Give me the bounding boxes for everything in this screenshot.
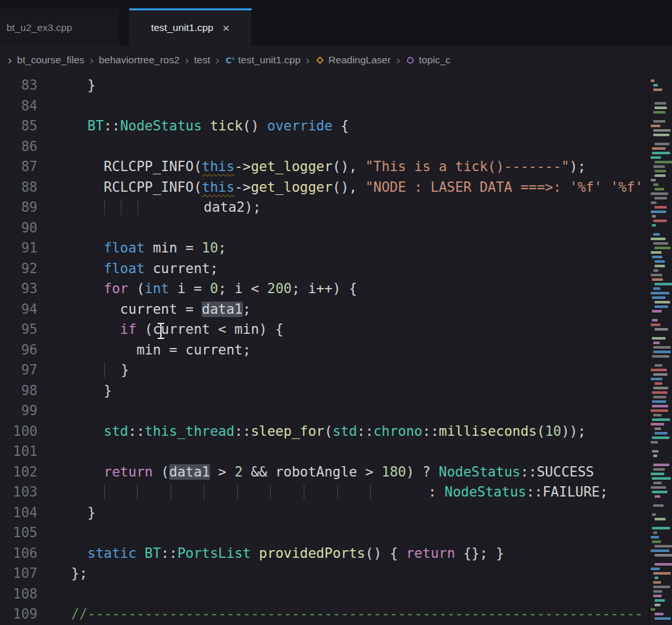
line-number: 84 <box>0 96 37 117</box>
minimap-line <box>655 206 667 209</box>
chevron-right-icon[interactable]: › <box>8 54 12 66</box>
code-line-84[interactable]: 84 <box>0 96 672 117</box>
code-text <box>71 96 672 117</box>
code-line-105[interactable]: 105 <box>0 523 672 544</box>
code-line-100[interactable]: 100 std::this_thread::sleep_for(std::chr… <box>0 422 672 442</box>
minimap-line <box>652 319 658 322</box>
minimap-line <box>651 238 666 240</box>
chevron-right-icon: › <box>90 54 94 66</box>
minimap-line <box>651 210 666 213</box>
code-line-107[interactable]: 107}; <box>0 564 672 584</box>
code-text: for (int i = 0; i < 200; i++) { <box>71 279 672 300</box>
minimap-line <box>652 513 656 516</box>
code-line-88[interactable]: 88 RCLCPP_INFO(this->get_logger(), "NODE… <box>0 178 672 198</box>
minimap-line <box>652 418 670 421</box>
line-number: 92 <box>0 259 37 280</box>
close-icon[interactable]: × <box>222 22 229 34</box>
breadcrumb-item-bt_course_files[interactable]: bt_course_files <box>17 54 84 66</box>
chevron-right-icon: › <box>185 54 189 66</box>
code-line-102[interactable]: 102 return (data1 > 2 && robotAngle > 18… <box>0 462 672 483</box>
line-number: 87 <box>0 157 37 178</box>
code-text <box>71 137 672 158</box>
code-text <box>71 523 672 544</box>
tab-bar: bt_u2_ex3.cpptest_unit1.cpp× <box>0 0 672 45</box>
minimap-line <box>651 423 664 425</box>
minimap-line <box>655 283 672 285</box>
minimap-line <box>651 323 660 326</box>
code-line-86[interactable]: 86 <box>0 137 672 158</box>
code-line-85[interactable]: 85 BT::NodeStatus tick() override { <box>0 116 672 137</box>
minimap-line <box>652 450 658 453</box>
minimap-line <box>653 590 662 593</box>
code-line-109[interactable]: 109//-----------------------------------… <box>0 604 672 625</box>
minimap-line <box>653 342 660 344</box>
minimap-line <box>653 482 662 484</box>
tab-label: test_unit1.cpp <box>151 22 214 34</box>
code-line-93[interactable]: 93 for (int i = 0; i < 200; i++) { <box>0 279 672 300</box>
minimap[interactable] <box>649 74 672 625</box>
editor[interactable]: 83 }8485 BT::NodeStatus tick() override … <box>0 74 672 625</box>
code-line-95[interactable]: 95 if (current < min) { <box>0 320 672 340</box>
class-symbol-icon <box>315 55 326 65</box>
code-text: if (current < min) { <box>71 320 672 340</box>
minimap-line <box>653 84 658 87</box>
code-line-104[interactable]: 104 } <box>0 503 672 524</box>
code-line-97[interactable]: 97 } <box>0 360 672 381</box>
code-line-87[interactable]: 87 RCLCPP_INFO(this->get_logger(), "This… <box>0 157 672 178</box>
minimap-line <box>651 473 664 475</box>
code-line-98[interactable]: 98 } <box>0 381 672 402</box>
code-line-103[interactable]: 103 : NodeStatus::FAILURE; <box>0 482 672 503</box>
line-number: 108 <box>0 584 37 605</box>
breadcrumb-label: test <box>194 54 210 66</box>
code-line-92[interactable]: 92 float current; <box>0 259 672 280</box>
code-line-106[interactable]: 106 static BT::PortsList providedPorts()… <box>0 544 672 564</box>
code-text: std::this_thread::sleep_for(std::chrono:… <box>71 422 672 442</box>
breadcrumb-item-test[interactable]: test <box>194 54 210 66</box>
minimap-line <box>653 183 658 186</box>
code-line-91[interactable]: 91 float min = 10; <box>0 238 672 259</box>
minimap-line <box>652 224 656 227</box>
code-text <box>71 584 672 605</box>
line-number: 96 <box>0 340 37 361</box>
code-line-83[interactable]: 83 } <box>0 76 672 96</box>
breadcrumb-item-topic_c[interactable]: topic_c <box>405 54 450 66</box>
minimap-line <box>652 400 666 403</box>
chevron-right-icon: › <box>396 54 400 66</box>
code-line-101[interactable]: 101 <box>0 442 672 462</box>
code-text: current = data1; <box>71 300 672 320</box>
line-number: 100 <box>0 422 37 442</box>
minimap-line <box>653 387 668 389</box>
minimap-line <box>652 477 671 480</box>
chevron-right-icon: › <box>215 54 219 66</box>
code-text: min = current; <box>71 340 672 361</box>
code-line-94[interactable]: 94 current = data1; <box>0 300 672 320</box>
minimap-line <box>653 373 667 376</box>
code-text <box>71 218 672 239</box>
tab-test_unit1.cpp[interactable]: test_unit1.cpp× <box>129 8 252 45</box>
code-line-108[interactable]: 108 <box>0 584 672 605</box>
breadcrumb-label: ReadingLaser <box>328 54 391 66</box>
minimap-line <box>653 455 657 457</box>
line-number: 97 <box>0 360 37 381</box>
code-line-96[interactable]: 96 min = current; <box>0 340 672 361</box>
minimap-line <box>655 427 661 430</box>
code-line-90[interactable]: 90 <box>0 218 672 239</box>
minimap-line <box>655 604 660 606</box>
line-number: 95 <box>0 320 37 340</box>
minimap-line <box>652 215 656 218</box>
code-text: RCLCPP_INFO(this->get_logger(), "This is… <box>71 157 672 178</box>
minimap-line <box>652 391 667 394</box>
minimap-line <box>653 531 657 534</box>
breadcrumb-item-behaviortree_ros2[interactable]: behaviortree_ros2 <box>99 54 180 66</box>
minimap-line <box>655 247 671 249</box>
breadcrumb-item-test_unit1.cpp[interactable]: C+test_unit1.cpp <box>225 54 301 66</box>
minimap-line <box>655 432 667 435</box>
code-line-89[interactable]: 89 data2); <box>0 198 672 218</box>
minimap-line <box>653 269 658 272</box>
minimap-line <box>651 369 667 371</box>
tab-bt_u2_ex3.cpp[interactable]: bt_u2_ex3.cpp <box>0 8 120 45</box>
code-line-99[interactable]: 99 <box>0 401 672 422</box>
breadcrumb-item-ReadingLaser[interactable]: ReadingLaser <box>315 54 391 66</box>
minimap-line <box>653 120 666 123</box>
minimap-line <box>653 464 669 466</box>
